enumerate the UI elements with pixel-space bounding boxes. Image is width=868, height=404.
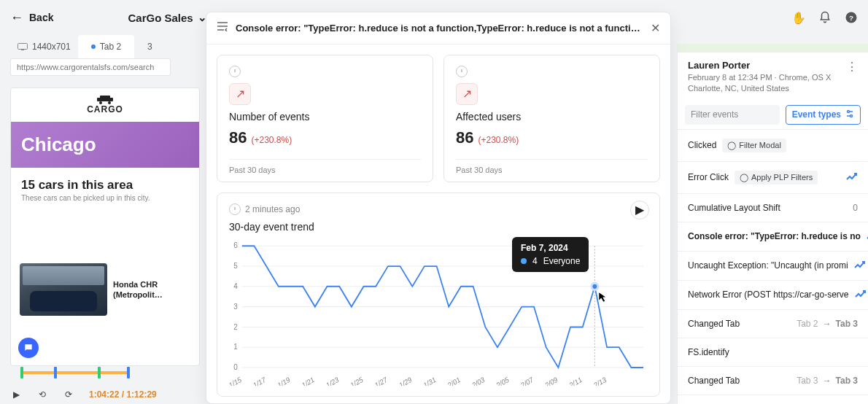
svg-text:1/25: 1/25	[349, 375, 365, 386]
clock-icon	[229, 203, 241, 215]
metric-card-users: ↗ Affected users 86 (+230.8%) Past 30 da…	[443, 55, 660, 182]
svg-text:2: 2	[233, 322, 238, 330]
chat-bubble-icon[interactable]	[18, 338, 39, 358]
app-title-label: CarGo Sales	[128, 12, 193, 24]
kebab-icon[interactable]: ⋮	[846, 60, 858, 74]
bell-icon[interactable]	[818, 11, 832, 24]
sliders-icon	[845, 109, 854, 120]
filter-events-input[interactable]: Filter events	[685, 105, 780, 125]
event-row[interactable]: Clicked◯Filter Modal	[678, 130, 868, 162]
metric-delta: (+230.8%)	[478, 135, 519, 145]
event-chip: ◯Apply PLP Filters	[735, 171, 818, 184]
back-button[interactable]: ← Back	[10, 10, 53, 26]
event-types-button[interactable]: Event types	[786, 105, 861, 125]
metric-value: 86	[456, 128, 473, 147]
user-meta: February 8 at 12:34 PM · Chrome, OS X Ch…	[688, 72, 831, 95]
car-subtitle: (Metropolit…	[113, 290, 163, 300]
event-row[interactable]: Error Click◯Apply PLP Filters	[678, 162, 868, 194]
viewport-dimensions: 1440x701	[10, 42, 78, 52]
event-label: Changed Tab	[688, 319, 740, 329]
grab-hand-icon[interactable]: ✋	[792, 11, 805, 24]
user-name[interactable]: Lauren Porter	[688, 60, 831, 71]
trend-chart-card: 2 minutes ago ▶ 30-day event trend 01234…	[217, 193, 660, 397]
svg-text:1/21: 1/21	[301, 375, 316, 385]
clock-icon	[456, 66, 468, 77]
wrap-text-icon[interactable]	[217, 21, 228, 34]
map-banner	[678, 44, 868, 53]
modal-title: Console error: "TypeError: h.reduce is n…	[236, 23, 643, 34]
car-icon	[96, 96, 115, 104]
site-logo: CARGO	[11, 88, 199, 122]
event-chip: ◯Filter Modal	[722, 139, 786, 152]
event-label: Console error: "TypeError: h.reduce is n…	[688, 231, 861, 241]
svg-text:2/07: 2/07	[519, 375, 535, 386]
skip-fwd-button[interactable]: ⟳	[63, 389, 74, 400]
event-label: Cumulative Layout Shift	[688, 203, 780, 213]
metric-period: Past 30 days	[456, 159, 648, 174]
svg-text:5: 5	[233, 262, 238, 270]
car-card[interactable]: Honda CHR (Metropolit…	[20, 263, 190, 316]
event-row[interactable]: Changed TabTab 3 → Tab 3	[678, 367, 868, 395]
tab-3[interactable]: 3	[134, 35, 166, 58]
play-button[interactable]: ▶	[10, 389, 22, 400]
app-title-dropdown[interactable]: CarGo Sales ⌄	[128, 11, 206, 24]
chart-tooltip: Feb 7, 2024 4 Everyone	[512, 237, 589, 272]
playback-time: 1:04:22 / 1:12:29	[89, 389, 157, 400]
chart-play-button[interactable]: ▶	[630, 201, 649, 220]
event-row[interactable]: Uncaught Exception: "Uncaught (in promi	[678, 252, 868, 281]
event-row[interactable]: FS.identify	[678, 338, 868, 367]
help-icon[interactable]: ?	[845, 11, 858, 24]
svg-text:0: 0	[233, 362, 238, 370]
back-label: Back	[29, 12, 53, 23]
svg-point-46	[850, 114, 853, 117]
series-dot-icon	[521, 258, 527, 264]
event-row[interactable]: Changed TabTab 2 → Tab 3	[678, 310, 868, 338]
event-label: Error Click	[688, 172, 729, 182]
event-value: 0	[853, 203, 858, 213]
city-banner: Chicago	[11, 122, 199, 168]
metric-label: Affected users	[456, 111, 648, 123]
chart-updated: 2 minutes ago	[245, 204, 300, 214]
trend-icon	[846, 172, 858, 183]
target-icon: ◯	[727, 141, 736, 150]
trend-up-icon: ↗	[229, 83, 251, 105]
metric-label: Number of events	[229, 111, 421, 123]
tab-2[interactable]: Tab 2	[78, 35, 134, 58]
results-headline: 15 cars in this area	[21, 178, 189, 193]
metric-period: Past 30 days	[229, 159, 421, 174]
close-icon[interactable]: ✕	[651, 21, 660, 35]
arrow-right-icon: →	[823, 319, 832, 329]
event-row[interactable]: Cumulative Layout Shift0	[678, 194, 868, 222]
svg-text:2/05: 2/05	[495, 375, 511, 386]
trend-icon	[854, 260, 866, 271]
svg-rect-2	[18, 44, 28, 50]
arrow-right-icon: →	[823, 376, 832, 386]
event-label: Clicked	[688, 140, 716, 150]
svg-text:1/27: 1/27	[373, 375, 390, 386]
svg-text:1/15: 1/15	[229, 375, 243, 386]
arrow-left-icon: ←	[10, 10, 23, 26]
svg-text:?: ?	[849, 14, 853, 22]
event-row[interactable]: Console error: "TypeError: h.reduce is n…	[678, 222, 868, 252]
svg-text:1/19: 1/19	[276, 375, 292, 386]
results-subline: These cars can be picked up in this city…	[21, 194, 189, 202]
svg-text:1/17: 1/17	[252, 375, 268, 386]
event-row[interactable]: Network Error (POST https://car-go-serve	[678, 281, 868, 310]
svg-point-45	[848, 110, 850, 112]
url-bar[interactable]: https://www.cargorentalsfs.com/search	[10, 58, 171, 76]
svg-text:2/03: 2/03	[470, 375, 487, 386]
active-dot-icon	[91, 44, 96, 49]
svg-text:2/01: 2/01	[446, 375, 462, 385]
metric-card-events: ↗ Number of events 86 (+230.8%) Past 30 …	[217, 55, 433, 182]
svg-text:2/11: 2/11	[567, 375, 584, 385]
event-label: FS.identify	[688, 347, 729, 357]
svg-text:4: 4	[233, 281, 238, 290]
session-preview: CARGO Chicago 15 cars in this area These…	[10, 88, 200, 366]
svg-text:3: 3	[233, 302, 238, 310]
event-label: Changed Tab	[688, 376, 740, 386]
svg-text:2/13: 2/13	[592, 375, 608, 386]
trend-chart[interactable]: 01234561/151/171/191/211/231/251/271/291…	[229, 241, 648, 386]
event-detail-modal: Console error: "TypeError: h.reduce is n…	[206, 12, 671, 404]
svg-text:1/29: 1/29	[398, 375, 414, 386]
skip-back-button[interactable]: ⟲	[36, 389, 48, 400]
